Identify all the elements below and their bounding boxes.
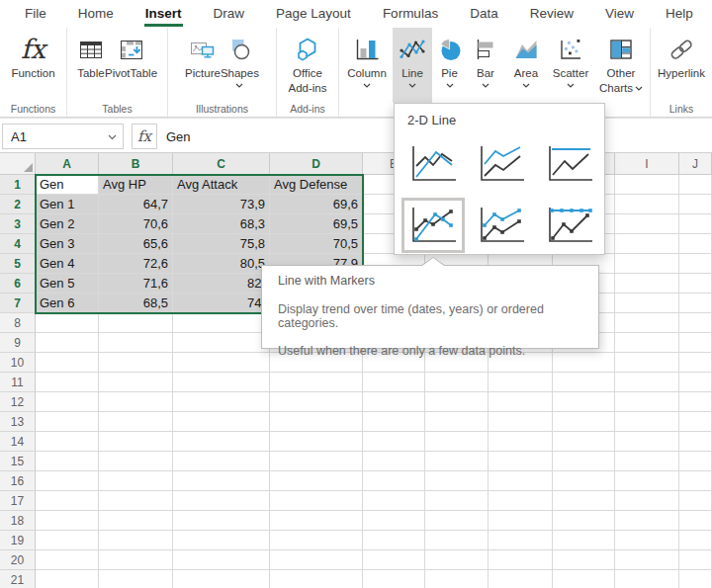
- chart-type-stacked-line[interactable]: [470, 136, 533, 192]
- cell-B15[interactable]: [99, 452, 173, 471]
- cell-D3[interactable]: 69,5: [270, 214, 363, 234]
- column-chart-button[interactable]: Column: [341, 28, 393, 103]
- cell-I7[interactable]: [615, 294, 679, 313]
- cell-A15[interactable]: [36, 452, 99, 471]
- cell-J6[interactable]: [679, 274, 712, 294]
- tab-help[interactable]: Help: [650, 0, 709, 28]
- row-header-4[interactable]: 4: [0, 234, 36, 254]
- table-button[interactable]: Table: [77, 28, 105, 103]
- cell-I10[interactable]: [615, 353, 679, 373]
- cell-C13[interactable]: [173, 412, 270, 432]
- cell-H18[interactable]: [553, 511, 615, 531]
- cell-B14[interactable]: [99, 432, 173, 452]
- cell-B10[interactable]: [99, 353, 173, 373]
- cell-J11[interactable]: [679, 373, 712, 392]
- cell-J18[interactable]: [679, 511, 712, 531]
- cell-E18[interactable]: [363, 511, 425, 531]
- cell-G19[interactable]: [489, 531, 553, 550]
- cell-A7[interactable]: Gen 6: [36, 294, 99, 313]
- cell-E21[interactable]: [363, 570, 425, 588]
- cell-G11[interactable]: [489, 373, 553, 392]
- cell-J15[interactable]: [679, 452, 712, 471]
- cell-C17[interactable]: [173, 491, 270, 511]
- cell-I6[interactable]: [615, 274, 679, 294]
- cell-I21[interactable]: [615, 570, 679, 588]
- chart-type-100-stacked-line[interactable]: [538, 136, 601, 192]
- cell-B13[interactable]: [99, 412, 173, 432]
- cell-C6[interactable]: 82,: [173, 274, 270, 294]
- cell-C1[interactable]: Avg Attack: [173, 175, 270, 195]
- cell-C8[interactable]: [173, 313, 270, 333]
- cell-F11[interactable]: [425, 373, 489, 392]
- cell-G16[interactable]: [489, 471, 553, 491]
- cell-A16[interactable]: [36, 471, 99, 491]
- cell-J1[interactable]: [679, 175, 712, 195]
- office-addins-button[interactable]: Office Add-ins: [289, 28, 327, 103]
- row-header-6[interactable]: 6: [0, 274, 36, 294]
- cell-I12[interactable]: [615, 392, 679, 412]
- cell-J21[interactable]: [679, 570, 712, 588]
- cell-I5[interactable]: [615, 254, 679, 274]
- cell-J5[interactable]: [679, 254, 712, 274]
- row-header-17[interactable]: 17: [0, 491, 36, 511]
- row-header-3[interactable]: 3: [0, 214, 36, 234]
- cell-I4[interactable]: [615, 234, 679, 254]
- cell-B11[interactable]: [99, 373, 173, 392]
- cell-I19[interactable]: [615, 531, 679, 550]
- cell-C14[interactable]: [173, 432, 270, 452]
- row-header-20[interactable]: 20: [0, 550, 36, 570]
- cell-D2[interactable]: 69,6: [270, 195, 363, 214]
- column-header-I[interactable]: I: [615, 153, 679, 175]
- cell-D19[interactable]: [270, 531, 363, 550]
- cell-A3[interactable]: Gen 2: [36, 214, 99, 234]
- cell-C10[interactable]: [173, 353, 270, 373]
- name-box[interactable]: A1: [2, 124, 124, 149]
- cell-A11[interactable]: [36, 373, 99, 392]
- cell-B4[interactable]: 65,6: [99, 234, 173, 254]
- column-header-B[interactable]: B: [99, 153, 173, 175]
- cell-J13[interactable]: [679, 412, 712, 432]
- chart-type-stacked-line-with-markers[interactable]: [470, 198, 533, 253]
- other-charts-button[interactable]: Other Charts: [593, 28, 649, 103]
- cell-A1[interactable]: Gen: [36, 175, 99, 195]
- name-box-chevron-icon[interactable]: [108, 134, 117, 140]
- cell-F17[interactable]: [425, 491, 489, 511]
- cell-I13[interactable]: [615, 412, 679, 432]
- tab-data[interactable]: Data: [454, 0, 514, 28]
- cell-G21[interactable]: [489, 570, 553, 588]
- cell-A21[interactable]: [36, 570, 99, 588]
- area-chart-button[interactable]: Area: [504, 28, 548, 103]
- row-header-21[interactable]: 21: [0, 570, 36, 588]
- cell-J17[interactable]: [679, 491, 712, 511]
- row-header-12[interactable]: 12: [0, 392, 36, 412]
- row-header-10[interactable]: 10: [0, 353, 36, 373]
- pivottable-button[interactable]: PivotTable: [105, 28, 157, 103]
- tab-formulas[interactable]: Formulas: [367, 0, 454, 28]
- row-header-1[interactable]: 1: [0, 175, 36, 195]
- hyperlink-button[interactable]: Hyperlink: [658, 28, 705, 103]
- column-header-C[interactable]: C: [173, 153, 270, 175]
- cell-C2[interactable]: 73,9: [173, 195, 270, 214]
- cell-E20[interactable]: [363, 550, 425, 570]
- cell-J9[interactable]: [679, 333, 712, 353]
- tab-view[interactable]: View: [589, 0, 650, 28]
- bar-chart-button[interactable]: Bar: [467, 28, 504, 103]
- cell-E16[interactable]: [363, 471, 425, 491]
- cell-J2[interactable]: [679, 195, 712, 214]
- cell-B19[interactable]: [99, 531, 173, 550]
- cell-A18[interactable]: [36, 511, 99, 531]
- row-header-7[interactable]: 7: [0, 294, 36, 313]
- column-header-J[interactable]: J: [679, 153, 712, 175]
- cell-B3[interactable]: 70,6: [99, 214, 173, 234]
- cell-I18[interactable]: [615, 511, 679, 531]
- cell-J14[interactable]: [679, 432, 712, 452]
- row-header-16[interactable]: 16: [0, 471, 36, 491]
- cell-B16[interactable]: [99, 471, 173, 491]
- cell-B17[interactable]: [99, 491, 173, 511]
- column-header-D[interactable]: D: [270, 153, 363, 175]
- cell-C21[interactable]: [173, 570, 270, 588]
- row-header-11[interactable]: 11: [0, 373, 36, 392]
- cell-E14[interactable]: [363, 432, 425, 452]
- row-header-13[interactable]: 13: [0, 412, 36, 432]
- cell-A4[interactable]: Gen 3: [36, 234, 99, 254]
